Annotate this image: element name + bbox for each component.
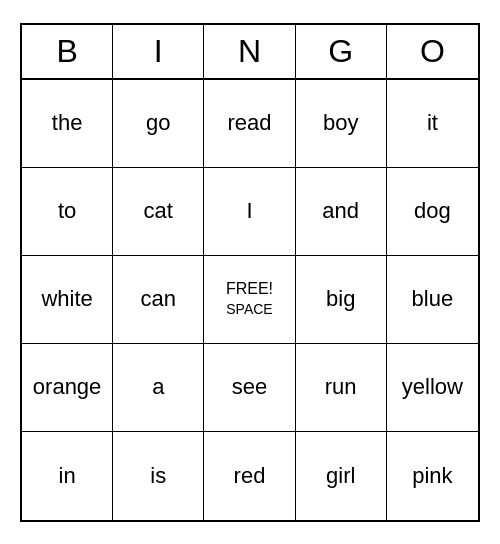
cell-r2-c2: FREE!SPACE (204, 256, 295, 344)
cell-text-r1-c4: dog (414, 198, 451, 224)
bingo-header: BINGO (22, 25, 478, 80)
cell-r4-c4: pink (387, 432, 478, 520)
cell-text-r0-c3: boy (323, 110, 358, 136)
cell-text-r2-c1: can (141, 286, 176, 312)
cell-r1-c0: to (22, 168, 113, 256)
cell-text-r3-c3: run (325, 374, 357, 400)
header-letter-i: I (113, 25, 204, 78)
cell-r4-c3: girl (296, 432, 387, 520)
cell-text-r4-c1: is (150, 463, 166, 489)
cell-text-r3-c1: a (152, 374, 164, 400)
cell-text-r4-c4: pink (412, 463, 452, 489)
cell-r1-c4: dog (387, 168, 478, 256)
cell-r2-c0: white (22, 256, 113, 344)
cell-r2-c3: big (296, 256, 387, 344)
cell-r0-c1: go (113, 80, 204, 168)
cell-r3-c4: yellow (387, 344, 478, 432)
cell-text-r0-c4: it (427, 110, 438, 136)
cell-text-r4-c2: red (234, 463, 266, 489)
cell-text-r2-c3: big (326, 286, 355, 312)
cell-text-r2-c4: blue (412, 286, 454, 312)
cell-r1-c1: cat (113, 168, 204, 256)
cell-text-r1-c0: to (58, 198, 76, 224)
header-letter-g: G (296, 25, 387, 78)
cell-r3-c1: a (113, 344, 204, 432)
cell-r0-c2: read (204, 80, 295, 168)
cell-r1-c2: I (204, 168, 295, 256)
cell-r2-c1: can (113, 256, 204, 344)
cell-text-r0-c2: read (227, 110, 271, 136)
free-label: FREE! (226, 278, 273, 300)
cell-text-r3-c2: see (232, 374, 267, 400)
cell-r3-c2: see (204, 344, 295, 432)
cell-r0-c4: it (387, 80, 478, 168)
cell-text-r3-c0: orange (33, 374, 102, 400)
bingo-card: BINGO thegoreadboyittocatIanddogwhitecan… (20, 23, 480, 522)
cell-text-r4-c0: in (59, 463, 76, 489)
header-letter-o: O (387, 25, 478, 78)
cell-text-r1-c2: I (246, 198, 252, 224)
cell-r0-c3: boy (296, 80, 387, 168)
cell-text-r1-c1: cat (144, 198, 173, 224)
cell-r4-c0: in (22, 432, 113, 520)
cell-r0-c0: the (22, 80, 113, 168)
space-label: SPACE (226, 300, 272, 320)
cell-text-r2-c0: white (41, 286, 92, 312)
header-letter-n: N (204, 25, 295, 78)
cell-r3-c3: run (296, 344, 387, 432)
cell-text-r0-c0: the (52, 110, 83, 136)
cell-r2-c4: blue (387, 256, 478, 344)
cell-text-r1-c3: and (322, 198, 359, 224)
cell-r4-c1: is (113, 432, 204, 520)
cell-r3-c0: orange (22, 344, 113, 432)
cell-text-r4-c3: girl (326, 463, 355, 489)
header-letter-b: B (22, 25, 113, 78)
cell-text-r3-c4: yellow (402, 374, 463, 400)
cell-r4-c2: red (204, 432, 295, 520)
bingo-grid: thegoreadboyittocatIanddogwhitecanFREE!S… (22, 80, 478, 520)
cell-text-r0-c1: go (146, 110, 170, 136)
cell-r1-c3: and (296, 168, 387, 256)
